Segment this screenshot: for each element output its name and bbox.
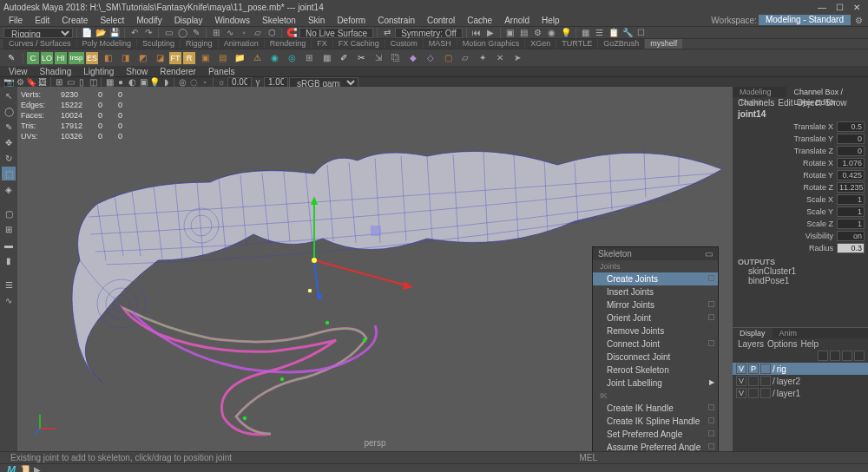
shelf-sub-es[interactable]: ES bbox=[86, 52, 98, 64]
gamma-icon[interactable]: γ bbox=[253, 77, 263, 88]
layer-playback-toggle[interactable] bbox=[748, 376, 759, 386]
shelf-mat-1-icon[interactable]: ◆ bbox=[405, 50, 421, 66]
attr-rotate-z[interactable]: Rotate Z11.235 bbox=[736, 181, 865, 193]
symmetry-label[interactable]: Symmetry: Off bbox=[395, 28, 463, 38]
menu-item-disconnect-joint[interactable]: Disconnect Joint bbox=[593, 351, 718, 364]
viewport[interactable]: Verts:923000Edges:1522200Faces:1002400Tr… bbox=[17, 87, 733, 451]
tab-channel-box[interactable]: Channel Box / Layer Editor bbox=[786, 87, 868, 97]
menu-item-create-ik-handle[interactable]: Create IK Handle bbox=[593, 402, 718, 415]
layer-move-down-icon[interactable] bbox=[830, 351, 840, 361]
shelf-mat-2-icon[interactable]: ◇ bbox=[423, 50, 438, 66]
menu-item-connect-joint[interactable]: Connect Joint bbox=[593, 338, 718, 351]
flat-shade-icon[interactable]: ◐ bbox=[127, 77, 137, 88]
shelf-sub-hi[interactable]: HI bbox=[55, 52, 67, 64]
film-gate-icon[interactable]: ▭ bbox=[65, 77, 76, 88]
layer-menu-options[interactable]: Options bbox=[767, 339, 797, 349]
menu-help[interactable]: Help bbox=[536, 16, 565, 25]
panel-menu-view[interactable]: View bbox=[3, 67, 33, 76]
menu-select[interactable]: Select bbox=[95, 16, 129, 25]
light-editor-icon[interactable]: 💡 bbox=[560, 27, 572, 39]
select-camera-icon[interactable]: 📷 bbox=[3, 77, 14, 88]
output-bindpose[interactable]: bindPose1 bbox=[738, 276, 863, 285]
menu-item-mirror-joints[interactable]: Mirror Joints bbox=[593, 298, 718, 311]
layer-vis-toggle[interactable]: V bbox=[736, 388, 746, 398]
paint-tool[interactable]: ✎ bbox=[2, 120, 16, 134]
shelf-folder-icon[interactable]: 📁 bbox=[232, 50, 247, 66]
attr-translate-y[interactable]: Translate Y0 bbox=[736, 133, 865, 145]
go-start-icon[interactable]: ⏮ bbox=[470, 27, 483, 39]
snap-grid-icon[interactable]: ⊞ bbox=[210, 27, 222, 39]
shelf-cut-icon[interactable]: ✂ bbox=[353, 50, 369, 66]
attr-visibility[interactable]: Visibilityon bbox=[736, 230, 865, 242]
layer-type-toggle[interactable] bbox=[760, 376, 771, 386]
tab-modeling-toolkit[interactable]: Modeling Toolkit bbox=[733, 87, 786, 97]
undo-icon[interactable]: ↶ bbox=[128, 27, 141, 39]
menu-cache[interactable]: Cache bbox=[462, 16, 497, 25]
menu-display[interactable]: Display bbox=[169, 16, 208, 25]
command-shell-icon[interactable]: ▶ bbox=[31, 464, 43, 473]
shadows-icon[interactable]: ◗ bbox=[161, 77, 171, 88]
shelf-connect-icon[interactable]: ⇲ bbox=[371, 50, 386, 66]
attr-rotate-y[interactable]: Rotate Y0.425 bbox=[736, 169, 865, 181]
layer-type-toggle[interactable] bbox=[760, 388, 771, 398]
shelf-tab-fx-caching[interactable]: FX Caching bbox=[333, 39, 385, 49]
graph-toggle[interactable]: ∿ bbox=[2, 293, 16, 307]
exposure-input[interactable] bbox=[227, 77, 252, 88]
save-scene-icon[interactable]: 💾 bbox=[108, 27, 121, 39]
shelf-tab-curves-surfaces[interactable]: Curves / Surfaces bbox=[3, 39, 76, 49]
layout-two-v[interactable]: ▮ bbox=[2, 253, 16, 267]
shelf-del-icon[interactable]: ✕ bbox=[492, 50, 508, 66]
res-gate-icon[interactable]: ▯ bbox=[76, 77, 87, 88]
panel-layout-icon[interactable]: ▦ bbox=[580, 27, 592, 39]
menu-item-assume-preferred-angle[interactable]: Assume Preferred Angle bbox=[593, 441, 718, 451]
layer-menu-help[interactable]: Help bbox=[800, 339, 819, 349]
open-scene-icon[interactable]: 📂 bbox=[95, 27, 107, 39]
layer-vis-toggle[interactable]: V bbox=[736, 376, 746, 386]
menu-item-orient-joint[interactable]: Orient Joint bbox=[593, 311, 718, 324]
shelf-tool-2-icon[interactable]: ▤ bbox=[214, 50, 230, 66]
select-tool[interactable]: ↖ bbox=[2, 88, 16, 102]
panel-menu-renderer[interactable]: Renderer bbox=[155, 67, 201, 76]
attr-scale-x[interactable]: Scale X1 bbox=[736, 193, 865, 206]
image-plane-icon[interactable]: 🖼 bbox=[37, 77, 48, 88]
snap-curve-icon[interactable]: ∿ bbox=[224, 27, 236, 39]
wireframe-icon[interactable]: ▦ bbox=[104, 77, 115, 88]
layer-playback-toggle[interactable] bbox=[748, 388, 759, 398]
toggle-tool-icon[interactable]: 🔧 bbox=[621, 27, 634, 39]
attr-translate-x[interactable]: Translate X0.5 bbox=[736, 121, 865, 133]
output-skincluster[interactable]: skinCluster1 bbox=[738, 266, 863, 276]
shelf-tab-rigging[interactable]: Rigging bbox=[181, 39, 218, 49]
grid-toggle-icon[interactable]: ⊞ bbox=[54, 77, 64, 88]
layer-layer1[interactable]: V/layer1 bbox=[733, 387, 868, 399]
panel-menu-shading[interactable]: Shading bbox=[35, 67, 77, 76]
shelf-sphere-1-icon[interactable]: ◉ bbox=[266, 50, 282, 66]
lights-icon[interactable]: 💡 bbox=[149, 77, 160, 88]
snap-plane-icon[interactable]: ▱ bbox=[252, 27, 264, 39]
camera-settings-icon[interactable]: ⚙ bbox=[15, 77, 25, 88]
menu-item-create-joints[interactable]: Create Joints bbox=[593, 272, 718, 285]
shelf-tool-1-icon[interactable]: ▣ bbox=[197, 50, 213, 66]
channel-menu-show[interactable]: Show bbox=[825, 98, 846, 108]
symmetry-icon[interactable]: ⇄ bbox=[381, 27, 393, 39]
redo-icon[interactable]: ↷ bbox=[142, 27, 155, 39]
menu-arnold[interactable]: Arnold bbox=[499, 16, 535, 25]
menu-item-insert-joints[interactable]: Insert Joints bbox=[593, 285, 718, 298]
attr-scale-y[interactable]: Scale Y1 bbox=[736, 206, 865, 218]
channel-menu-object[interactable]: Object bbox=[797, 98, 822, 108]
shelf-sphere-2-icon[interactable]: ◎ bbox=[284, 50, 299, 66]
workspace-selector[interactable]: Modeling - Standard bbox=[759, 15, 851, 25]
menu-skeleton[interactable]: Skeleton bbox=[257, 16, 301, 25]
panel-menu-show[interactable]: Show bbox=[121, 67, 153, 76]
module-selector[interactable]: Rigging bbox=[3, 28, 73, 38]
shelf-sub-r[interactable]: R bbox=[183, 52, 195, 64]
textured-icon[interactable]: ▣ bbox=[138, 77, 148, 88]
gamma-input[interactable] bbox=[264, 77, 288, 88]
shelf-tab-custom[interactable]: Custom bbox=[385, 39, 423, 49]
shelf-cube-d-icon[interactable]: ◪ bbox=[152, 50, 168, 66]
menu-edit[interactable]: Edit bbox=[30, 16, 55, 25]
layer-vis-toggle[interactable]: V bbox=[736, 364, 746, 374]
layer-move-up-icon[interactable] bbox=[818, 351, 828, 361]
shelf-dup-icon[interactable]: ⿻ bbox=[388, 50, 404, 66]
shelf-tab-rendering[interactable]: Rendering bbox=[265, 39, 312, 49]
live-surface-label[interactable]: No Live Surface bbox=[299, 28, 373, 38]
